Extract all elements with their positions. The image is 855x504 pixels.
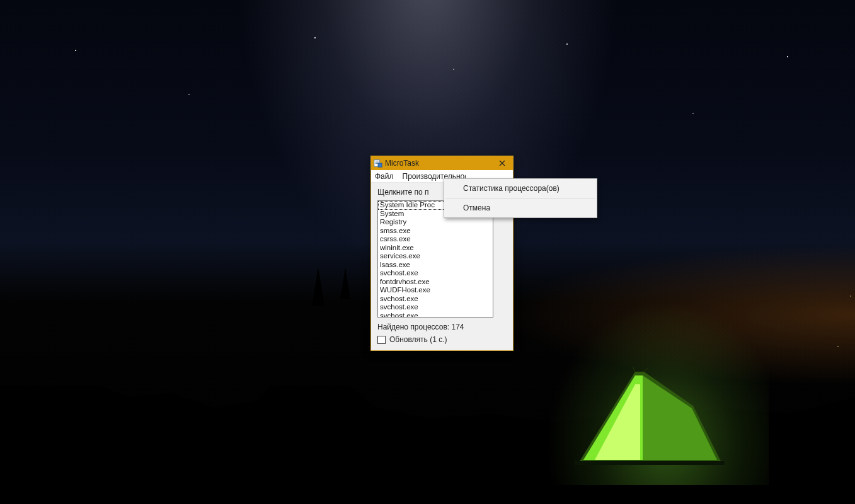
refresh-row: Обновлять (1 с.) xyxy=(377,335,507,344)
popup-cancel[interactable]: Отмена xyxy=(445,200,595,216)
wallpaper-tree xyxy=(312,268,324,306)
process-list-item[interactable]: lsass.exe xyxy=(378,261,493,270)
close-button[interactable] xyxy=(491,156,513,170)
status-found-count: 174 xyxy=(451,323,464,331)
status-found-label: Найдено процессов: xyxy=(377,323,449,331)
status-found: Найдено процессов: 174 xyxy=(377,323,507,331)
titlebar[interactable]: MicroTask xyxy=(371,156,513,170)
process-list-item[interactable]: svchost.exe xyxy=(378,295,493,304)
svg-line-0 xyxy=(633,367,635,372)
wallpaper-tent xyxy=(575,367,725,465)
process-list-item[interactable]: svchost.exe xyxy=(378,303,493,312)
refresh-label: Обновлять (1 с.) xyxy=(389,335,447,344)
window-title: MicroTask xyxy=(385,159,491,168)
svg-rect-6 xyxy=(378,163,382,167)
close-icon xyxy=(499,160,505,166)
refresh-checkbox[interactable] xyxy=(377,336,386,344)
hint-label: Щелкните по п xyxy=(377,188,437,197)
process-list-item[interactable]: svchost.exe xyxy=(378,269,493,278)
process-list-item[interactable]: wininit.exe xyxy=(378,244,493,253)
wallpaper-tree xyxy=(340,268,350,299)
svg-line-1 xyxy=(644,368,648,372)
performance-dropdown: Статистика процессора(ов) Отмена xyxy=(444,178,597,218)
menu-file[interactable]: Файл xyxy=(375,172,394,181)
svg-rect-4 xyxy=(376,162,379,163)
process-list-item[interactable]: smss.exe xyxy=(378,227,493,236)
process-list-item[interactable]: WUDFHost.exe xyxy=(378,286,493,295)
process-list-item[interactable]: fontdrvhost.exe xyxy=(378,278,493,287)
app-icon xyxy=(374,159,382,168)
process-list-item[interactable]: svchost.exe xyxy=(378,312,493,318)
popup-separator xyxy=(446,198,595,198)
svg-rect-3 xyxy=(376,161,379,162)
process-list-item[interactable]: Registry xyxy=(378,218,493,227)
desktop-wallpaper: MicroTask Файл Производительность Щелкни… xyxy=(0,0,855,504)
process-list-item[interactable]: csrss.exe xyxy=(378,235,493,244)
popup-cpu-stats[interactable]: Статистика процессора(ов) xyxy=(445,180,595,197)
process-list-item[interactable]: services.exe xyxy=(378,252,493,261)
